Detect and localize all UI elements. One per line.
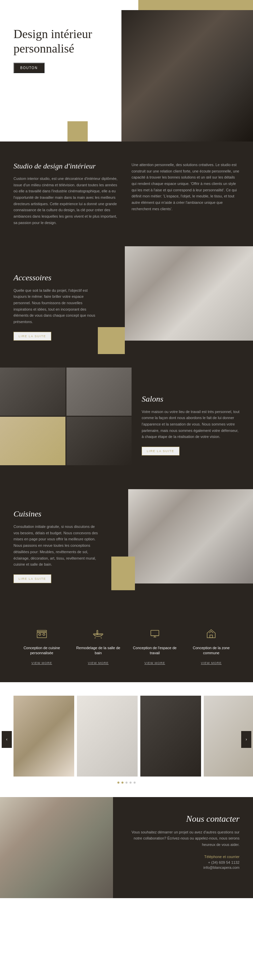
service-item-common: Conception de la zone commune VIEW MORE: [183, 627, 240, 665]
service-common-title: Conception de la zone commune: [187, 646, 237, 656]
salon-image-2: [66, 368, 132, 416]
cuisines-gold-accent: [111, 557, 135, 590]
svg-rect-8: [151, 630, 159, 636]
salon-image-4: [66, 417, 132, 465]
salons-section: Salons Votre maison ou votre lieu de tra…: [0, 368, 253, 482]
service-kitchen-title: Conception de cuisine personnalisée: [17, 646, 67, 656]
studio-section: Studio de design d'intérieur Custom inte…: [0, 142, 253, 246]
office-icon: [148, 627, 162, 640]
gallery-item-3: [140, 696, 201, 776]
salons-image-grid: [0, 368, 131, 465]
salons-title: Salons: [142, 395, 240, 404]
service-office-link[interactable]: VIEW MORE: [144, 661, 165, 665]
service-kitchen-link[interactable]: VIEW MORE: [31, 661, 52, 665]
svg-point-2: [39, 633, 41, 635]
salons-images: [0, 368, 142, 475]
accessories-read-more-button[interactable]: LIRE LA SUITE: [13, 332, 51, 340]
services-section: Conception de cuisine personnalisée VIEW…: [0, 610, 253, 682]
gallery-next-button[interactable]: ›: [241, 731, 251, 748]
contact-image: [0, 797, 113, 898]
contact-info-title: Téléphone et courrier: [126, 855, 240, 859]
accessories-content: Accessoires Quelle que soit la taille du…: [0, 260, 115, 354]
cuisines-main-image: [128, 489, 253, 584]
gallery-dot-5[interactable]: [134, 781, 136, 784]
studio-left-column: Studio de design d'intérieur Custom inte…: [13, 162, 122, 226]
contact-title: Nous contacter: [126, 814, 240, 824]
gallery-dot-1[interactable]: [117, 781, 119, 784]
contact-phone: + (34) 609 54 1132: [126, 861, 240, 864]
gallery-dots: [0, 781, 253, 784]
salons-content: Salons Votre maison ou votre lieu de tra…: [138, 381, 253, 469]
hero-image-inner: [122, 10, 253, 142]
cuisines-content: Cuisines Consultation initiale gratuite,…: [0, 496, 115, 597]
cuisines-text: Consultation initiale gratuite, si nous …: [13, 523, 101, 568]
salons-text: Votre maison ou votre lieu de travail es…: [142, 409, 240, 440]
hero-title: Design intérieur personnalisé: [13, 27, 108, 56]
gallery-prev-button[interactable]: ‹: [2, 731, 12, 748]
gallery-track: [0, 696, 253, 776]
gallery-next-icon: ›: [246, 737, 247, 742]
salon-image-1: [0, 368, 66, 416]
kitchen-icon: [35, 627, 48, 640]
cuisines-section: Cuisines Consultation initiale gratuite,…: [0, 482, 253, 610]
service-bath-title: Remodelage de la salle de bain: [74, 646, 123, 656]
studio-title: Studio de design d'intérieur: [13, 162, 122, 170]
cuisines-title: Cuisines: [13, 509, 101, 519]
gallery-prev-icon: ‹: [6, 737, 8, 742]
salon-image-3: [0, 417, 66, 465]
gallery-dot-4[interactable]: [130, 781, 131, 784]
salons-read-more-button[interactable]: LIRE LA SUITE: [142, 447, 179, 455]
svg-line-7: [101, 637, 101, 638]
contact-section: Nous contacter Vous souhaitez démarrer u…: [0, 797, 253, 898]
hero-image: [122, 10, 253, 142]
studio-text-right: Une attention personnelle, des solutions…: [131, 162, 240, 212]
accessories-main-image: [125, 246, 253, 340]
accessories-images: [111, 246, 253, 354]
service-common-link[interactable]: VIEW MORE: [201, 661, 222, 665]
hero-gold-accent-bottom: [67, 121, 88, 142]
accessories-text: Quelle que soit la taille du projet, l'o…: [13, 287, 101, 325]
svg-point-3: [43, 633, 45, 635]
service-item-bath: Remodelage de la salle de bain VIEW MORE: [70, 627, 127, 665]
service-item-kitchen: Conception de cuisine personnalisée VIEW…: [13, 627, 70, 665]
bath-icon: [91, 627, 105, 640]
svg-rect-0: [37, 630, 46, 632]
accessories-gold-accent: [98, 327, 125, 354]
svg-rect-12: [210, 635, 213, 638]
cuisines-read-more-button[interactable]: LIRE LA SUITE: [13, 574, 51, 583]
service-bath-link[interactable]: VIEW MORE: [88, 661, 109, 665]
accessories-image-inner: [125, 246, 253, 340]
service-item-office: Conception de l'espace de travail VIEW M…: [126, 627, 183, 665]
gallery-dot-2[interactable]: [122, 781, 123, 784]
gallery-section: ‹ ›: [0, 682, 253, 797]
svg-line-6: [95, 637, 96, 638]
accessories-section: Accessoires Quelle que soit la taille du…: [0, 246, 253, 368]
hero-section: Design intérieur personnalisé BOUTON: [0, 0, 253, 142]
contact-email: info@blancapera.com: [126, 865, 240, 870]
studio-text-left: Custom interior studio, est une décoratr…: [13, 175, 122, 226]
gallery-item-2: [77, 696, 138, 776]
service-office-title: Conception de l'espace de travail: [130, 646, 180, 656]
accessories-title: Accessoires: [13, 273, 101, 282]
gallery-dot-3[interactable]: [125, 781, 128, 784]
cuisines-images: [111, 482, 253, 590]
gallery-item-1: [13, 696, 74, 776]
svg-rect-5: [93, 634, 103, 635]
common-icon: [205, 627, 218, 640]
hero-gold-accent-top: [138, 0, 253, 10]
contact-text: Vous souhaitez démarrer un projet ou ave…: [126, 829, 240, 848]
hero-text-block: Design intérieur personnalisé BOUTON: [13, 27, 108, 73]
hero-button[interactable]: BOUTON: [13, 63, 45, 73]
svg-rect-1: [37, 632, 46, 638]
contact-content: Nous contacter Vous souhaitez démarrer u…: [113, 797, 253, 898]
studio-right-column: Une attention personnelle, des solutions…: [131, 162, 240, 226]
